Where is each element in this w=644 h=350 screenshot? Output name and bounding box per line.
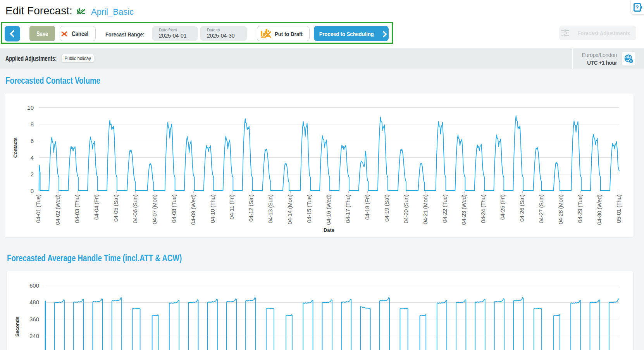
svg-text:04-11 (Fri): 04-11 (Fri)	[228, 195, 235, 219]
svg-text:480: 480	[29, 299, 39, 305]
svg-text:Date: Date	[324, 227, 334, 233]
svg-text:0: 0	[31, 188, 34, 194]
svg-text:04-04 (Fri): 04-04 (Fri)	[93, 195, 100, 220]
svg-text:04-02 (Wed): 04-02 (Wed)	[54, 195, 61, 225]
svg-text:04-09 (Wed): 04-09 (Wed)	[190, 195, 196, 225]
svg-text:04-18 (Fri): 04-18 (Fri)	[364, 195, 370, 220]
svg-text:04-13 (Sun): 04-13 (Sun)	[267, 195, 274, 224]
svg-text:04-23 (Wed): 04-23 (Wed)	[460, 195, 467, 225]
svg-text:04-01 (Tue): 04-01 (Tue)	[35, 195, 41, 223]
svg-text:04-17 (Thu): 04-17 (Thu)	[344, 195, 351, 223]
svg-text:10: 10	[27, 104, 34, 111]
svg-text:04-29 (Tue): 04-29 (Tue)	[577, 195, 583, 223]
svg-text:2: 2	[31, 171, 34, 178]
svg-text:04-20 (Sun): 04-20 (Sun)	[403, 195, 409, 224]
svg-text:04-07 (Mon): 04-07 (Mon)	[151, 195, 158, 224]
svg-text:Seconds: Seconds	[14, 317, 20, 337]
svg-text:Contacts: Contacts	[12, 138, 18, 158]
svg-text:04-30 (Wed): 04-30 (Wed)	[596, 195, 603, 225]
svg-text:04-16 (Wed): 04-16 (Wed)	[325, 195, 332, 225]
svg-text:04-12 (Sat): 04-12 (Sat)	[248, 195, 254, 222]
svg-text:04-24 (Thu): 04-24 (Thu)	[480, 195, 486, 223]
svg-text:04-28 (Mon): 04-28 (Mon)	[557, 195, 564, 224]
svg-text:8: 8	[31, 121, 34, 128]
svg-text:05-01 (Thu): 05-01 (Thu)	[615, 195, 622, 223]
svg-text:04-14 (Mon): 04-14 (Mon)	[286, 195, 293, 224]
svg-text:04-08 (Tue): 04-08 (Tue)	[170, 195, 177, 223]
svg-text:4: 4	[31, 154, 34, 161]
svg-text:240: 240	[29, 333, 39, 339]
svg-text:6: 6	[31, 138, 34, 144]
svg-text:04-15 (Tue): 04-15 (Tue)	[306, 195, 312, 223]
svg-text:04-22 (Tue): 04-22 (Tue)	[441, 195, 448, 223]
svg-text:?: ?	[635, 4, 639, 10]
svg-text:04-26 (Sat): 04-26 (Sat)	[518, 195, 525, 222]
svg-text:04-25 (Fri): 04-25 (Fri)	[499, 195, 506, 220]
svg-text:04-03 (Thu): 04-03 (Thu)	[74, 195, 80, 223]
svg-text:04-19 (Sat): 04-19 (Sat)	[383, 195, 390, 222]
svg-text:04-10 (Thu): 04-10 (Thu)	[209, 195, 216, 223]
svg-text:04-06 (Sun): 04-06 (Sun)	[132, 195, 138, 224]
svg-text:600: 600	[29, 282, 39, 289]
svg-text:04-21 (Mon): 04-21 (Mon)	[422, 195, 429, 224]
svg-text:04-05 (Sat): 04-05 (Sat)	[112, 195, 119, 222]
svg-text:360: 360	[29, 316, 39, 322]
svg-text:04-27 (Sun): 04-27 (Sun)	[538, 195, 544, 224]
